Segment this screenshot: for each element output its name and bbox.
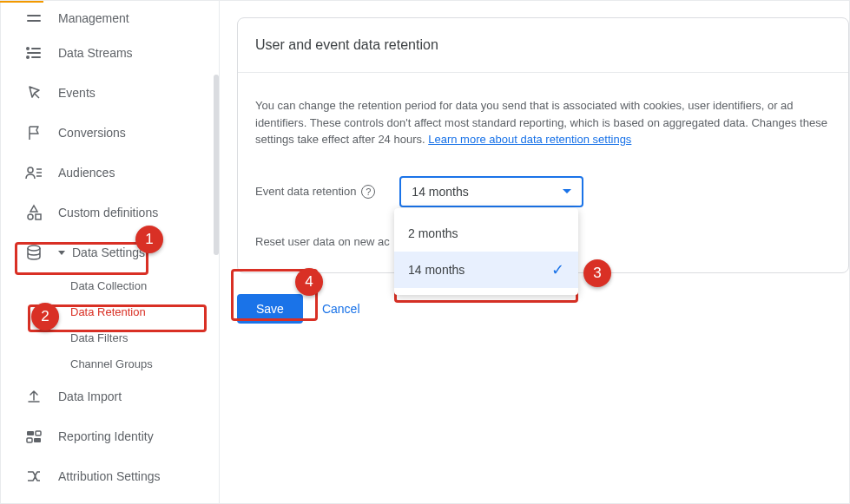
sidebar-item-events[interactable]: Events xyxy=(1,73,219,113)
svg-point-5 xyxy=(28,167,33,173)
annotation-badge-1: 1 xyxy=(135,226,163,253)
sidebar-sub-channel-groups[interactable]: Channel Groups xyxy=(1,350,219,376)
sidebar-sub-label: Channel Groups xyxy=(70,357,153,370)
sidebar-sub-data-collection[interactable]: Data Collection xyxy=(1,272,219,298)
select-value: 14 months xyxy=(412,185,563,199)
sidebar-item-label: Events xyxy=(58,86,219,100)
card-title: User and event data retention xyxy=(238,18,848,73)
card-description: You can change the retention period for … xyxy=(255,97,831,148)
option-label: 2 months xyxy=(408,226,458,240)
sidebar-item-label: Management xyxy=(58,11,219,25)
sidebar-item-data-streams[interactable]: Data Streams xyxy=(1,33,219,73)
sidebar-sub-data-filters[interactable]: Data Filters xyxy=(1,324,219,350)
event-retention-select[interactable]: 14 months xyxy=(399,176,583,207)
sidebar-item-label: Attribution Settings xyxy=(58,469,219,483)
reset-user-label: Reset user data on new ac xyxy=(255,235,390,248)
sidebar-item-label: Audiences xyxy=(58,166,219,180)
people-icon xyxy=(23,162,44,183)
upload-icon xyxy=(23,386,44,407)
admin-sidebar: Management Data Streams Events Conversio… xyxy=(1,0,220,503)
svg-rect-4 xyxy=(27,52,41,54)
svg-rect-11 xyxy=(27,438,32,442)
sidebar-item-reporting-identity[interactable]: Reporting Identity xyxy=(1,416,219,456)
annotation-badge-2: 2 xyxy=(31,303,59,331)
sidebar-item-label: Custom definitions xyxy=(58,206,219,219)
cancel-button[interactable]: Cancel xyxy=(322,302,360,316)
learn-more-link[interactable]: Learn more about data retention settings xyxy=(428,133,631,146)
sidebar-item-data-import[interactable]: Data Import xyxy=(1,376,219,416)
attribution-icon xyxy=(23,466,44,487)
svg-rect-10 xyxy=(36,431,41,435)
retention-dropdown: 2 months 14 months ✓ xyxy=(394,208,578,295)
sidebar-item-label: Data Streams xyxy=(58,46,219,60)
chevron-down-icon xyxy=(563,189,571,193)
sidebar-item-label: Data Import xyxy=(58,389,219,403)
svg-point-0 xyxy=(26,47,30,50)
svg-rect-1 xyxy=(31,48,41,49)
sidebar-item-audiences[interactable]: Audiences xyxy=(1,153,219,193)
sidebar-item-attribution-settings[interactable]: Attribution Settings xyxy=(1,456,219,496)
sidebar-item-conversions[interactable]: Conversions xyxy=(1,113,219,153)
svg-point-8 xyxy=(28,245,40,251)
save-button[interactable]: Save xyxy=(237,294,303,324)
cursor-icon xyxy=(23,82,44,103)
sidebar-item-management[interactable]: Management xyxy=(1,3,219,33)
annotation-badge-3: 3 xyxy=(583,259,611,287)
shapes-icon xyxy=(23,202,44,223)
sidebar-sub-label: Data Retention xyxy=(70,305,146,318)
sidebar-item-custom-definitions[interactable]: Custom definitions xyxy=(1,193,219,232)
sidebar-item-label: Reporting Identity xyxy=(58,429,219,443)
identity-icon xyxy=(23,426,44,447)
svg-point-6 xyxy=(28,214,33,219)
sidebar-item-data-settings[interactable]: Data Settings xyxy=(1,232,219,272)
event-retention-label: Event data retention xyxy=(255,185,356,198)
streams-icon xyxy=(23,43,44,63)
sidebar-sub-label: Data Filters xyxy=(70,331,128,344)
svg-rect-12 xyxy=(34,438,41,442)
help-icon[interactable]: ? xyxy=(361,185,375,199)
svg-rect-9 xyxy=(27,431,34,435)
option-14-months[interactable]: 14 months ✓ xyxy=(394,252,578,288)
scrollbar-thumb[interactable] xyxy=(214,75,219,255)
annotation-badge-4: 4 xyxy=(295,268,323,296)
option-label: 14 months xyxy=(408,263,465,277)
database-icon xyxy=(23,242,44,263)
sidebar-sub-label: Data Collection xyxy=(70,279,147,292)
flag-icon xyxy=(23,122,44,143)
svg-rect-7 xyxy=(36,214,41,219)
check-icon: ✓ xyxy=(551,260,564,279)
caret-down-icon xyxy=(58,251,65,255)
option-2-months[interactable]: 2 months xyxy=(394,215,578,252)
lines-icon xyxy=(23,8,44,29)
svg-rect-3 xyxy=(31,56,41,58)
svg-point-2 xyxy=(26,56,30,59)
sidebar-item-label: Conversions xyxy=(58,126,219,140)
